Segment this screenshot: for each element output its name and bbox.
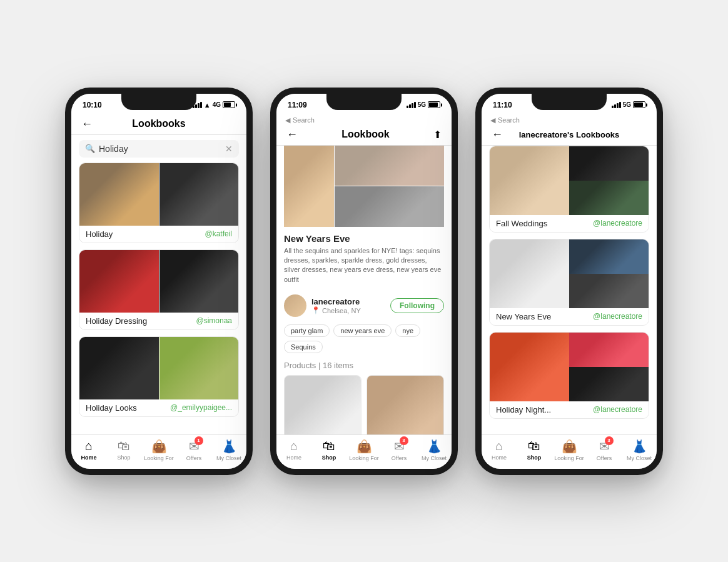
status-time-2: 11:09 — [288, 101, 307, 109]
tab-label-closet-3: My Closet — [627, 455, 652, 461]
share-button-2[interactable]: ⬆ — [433, 129, 442, 141]
follow-button-2[interactable]: Following — [390, 298, 444, 313]
screen-1: Holiday @katfeil Holiday Dressing @simon… — [71, 163, 246, 434]
tab-label-home-2: Home — [286, 454, 301, 461]
search-icon-1: 🔍 — [85, 144, 95, 153]
lookbook-img-holiday-right — [159, 163, 239, 226]
fw-br-img — [569, 181, 649, 215]
status-time-3: 11:10 — [493, 101, 512, 109]
lookbook-images-looks — [79, 337, 238, 399]
tag-nye[interactable]: new years eve — [333, 324, 392, 337]
tag-nye-short[interactable]: nye — [395, 324, 420, 337]
nye-top-img — [335, 146, 444, 186]
lookbook-card-nye3[interactable]: New Years Eve @lanecreatore — [489, 239, 649, 326]
page-title-1: Lookbooks — [93, 118, 225, 129]
nav-bar-1: ← Lookbooks — [71, 114, 246, 135]
tab-home-1[interactable]: ⌂ Home — [71, 439, 106, 461]
tab-closet-3[interactable]: 👗 My Closet — [622, 439, 657, 461]
lookingfor-icon-1: 👜 — [151, 439, 167, 454]
location-pin-icon-2: 📍 — [311, 306, 320, 314]
lookbook-footer-nye3: New Years Eve @lanecreatore — [490, 308, 649, 325]
back-button-2[interactable]: ← — [286, 128, 298, 141]
fw-main-img — [490, 146, 569, 215]
lookbook-card-hol3[interactable]: Holiday Night... @lanecreatore — [489, 332, 649, 419]
offers-badge-1: 1 — [195, 436, 203, 445]
lookbook-name-hol3: Holiday Night... — [496, 405, 551, 414]
tab-home-3[interactable]: ⌂ Home — [482, 439, 517, 461]
tab-lookingfor-2[interactable]: 👜 Looking For — [346, 439, 382, 461]
lookbook-images-hol3 — [490, 333, 649, 401]
nye-side-imgs — [335, 146, 444, 227]
shop-icon-1: 🛍 — [118, 439, 130, 453]
back-arrow-sub-3[interactable]: ◀ — [490, 116, 495, 124]
lookbook-name-looks: Holiday Looks — [86, 403, 137, 413]
sub-nav-3: ◀ Search — [482, 114, 657, 124]
screen-2: New Years Eve All the sequins and sparkl… — [276, 146, 452, 434]
status-bar-1: 10:10 ▲ 4G — [71, 94, 246, 114]
tab-bar-1: ⌂ Home 🛍 Shop 👜 Looking For ✉1 Offers — [71, 434, 246, 469]
lookbook-card-holiday[interactable]: Holiday @katfeil — [79, 163, 239, 243]
lookbook-images-holiday — [79, 163, 238, 226]
tab-offers-1[interactable]: ✉1 Offers — [176, 439, 211, 461]
offers-icon-2: ✉3 — [394, 439, 405, 454]
lookbook-name-holiday: Holiday — [86, 229, 113, 239]
signal-type-1: 4G — [213, 101, 221, 108]
battery-1 — [223, 101, 235, 108]
sub-nav-label-3: Search — [498, 116, 520, 124]
tab-home-2[interactable]: ⌂ Home — [276, 439, 311, 461]
tab-label-shop-3: Shop — [527, 454, 542, 461]
lookbook-card-fw[interactable]: Fall Weddings @lanecreatore — [489, 146, 649, 233]
tab-label-shop-1: Shop — [117, 454, 130, 461]
clear-icon-1[interactable]: ✕ — [225, 144, 233, 154]
phone-2: 11:09 5G ◀ Search ← Lookbook ⬆ — [270, 88, 458, 475]
tab-shop-3[interactable]: 🛍 Shop — [517, 439, 552, 461]
tag-sequins[interactable]: Sequins — [284, 341, 323, 353]
product-card-1[interactable]: 3 NEW Retrofete Cassa... Rent: $125 | Si… — [284, 375, 361, 434]
tab-shop-2[interactable]: 🛍 Shop — [311, 439, 346, 461]
status-icons-1: ▲ 4G — [193, 101, 235, 109]
lookbook-card-dressing[interactable]: Holiday Dressing @simonaa — [79, 249, 239, 330]
tab-closet-2[interactable]: 👗 My Closet — [417, 439, 452, 461]
nye3-tr-img — [569, 239, 649, 274]
lookbook-img-dressing-right — [159, 250, 239, 313]
lookbook-images-dressing — [79, 250, 238, 313]
tab-offers-2[interactable]: ✉3 Offers — [382, 439, 417, 461]
product-card-2[interactable]: 56 Rachel Gilbert Feathe... Rent: $100 |… — [367, 375, 444, 434]
phone-3: 11:10 5G ◀ Search ← lanecreatore's Lookb… — [475, 88, 663, 475]
tab-lookingfor-1[interactable]: 👜 Looking For — [141, 439, 176, 461]
tab-lookingfor-3[interactable]: 👜 Looking For — [552, 439, 587, 461]
product-img-2: 56 — [367, 376, 443, 434]
screen-3: Fall Weddings @lanecreatore New Yea — [482, 146, 657, 434]
lookbook-name-nye3: New Years Eve — [496, 312, 551, 321]
wifi-icon-1: ▲ — [204, 101, 211, 109]
lookbook-user-fw: @lanecreatore — [593, 219, 642, 228]
tab-label-lookingfor-1: Looking For — [144, 455, 174, 461]
lookbook-img-holiday-left — [79, 163, 159, 226]
lookbook-footer-holiday: Holiday @katfeil — [79, 226, 238, 243]
signal-type-2: 5G — [418, 101, 426, 108]
tags-row-2: party glam new years eve nye Sequins — [276, 322, 452, 358]
tab-shop-1[interactable]: 🛍 Shop — [106, 439, 141, 461]
tab-label-closet-2: My Closet — [422, 455, 447, 461]
creator-info-2: lanecreatore 📍 Chelsea, NY — [311, 297, 385, 314]
hol3-tr-img — [569, 333, 649, 367]
tag-party-glam[interactable]: party glam — [284, 324, 330, 337]
back-button-3[interactable]: ← — [492, 128, 503, 141]
home-icon-2: ⌂ — [290, 439, 298, 453]
tab-offers-3[interactable]: ✉3 Offers — [587, 439, 622, 461]
tab-label-offers-2: Offers — [392, 455, 407, 461]
back-button-1[interactable]: ← — [81, 118, 93, 131]
lookbook-footer-fw: Fall Weddings @lanecreatore — [490, 215, 649, 232]
search-input-1[interactable]: Holiday — [99, 144, 221, 154]
back-arrow-sub-2[interactable]: ◀ — [285, 116, 290, 124]
page-title-2: Lookbook — [298, 129, 433, 140]
creator-row-2: lanecreatore 📍 Chelsea, NY Following — [276, 289, 452, 322]
tab-closet-1[interactable]: 👗 My Closet — [211, 439, 246, 461]
lookbook-desc-2: All the sequins and sparkles for NYE! ta… — [284, 246, 444, 285]
closet-icon-2: 👗 — [427, 439, 442, 454]
creator-name-2: lanecreatore — [311, 297, 385, 306]
lookbook-card-looks[interactable]: Holiday Looks @_emilyypaigee... — [79, 336, 239, 417]
scene: 10:10 ▲ 4G ← Lookbooks 🔍 Holid — [40, 63, 688, 500]
search-bar-1[interactable]: 🔍 Holiday ✕ — [79, 140, 239, 158]
status-icons-3: 5G — [612, 101, 645, 108]
